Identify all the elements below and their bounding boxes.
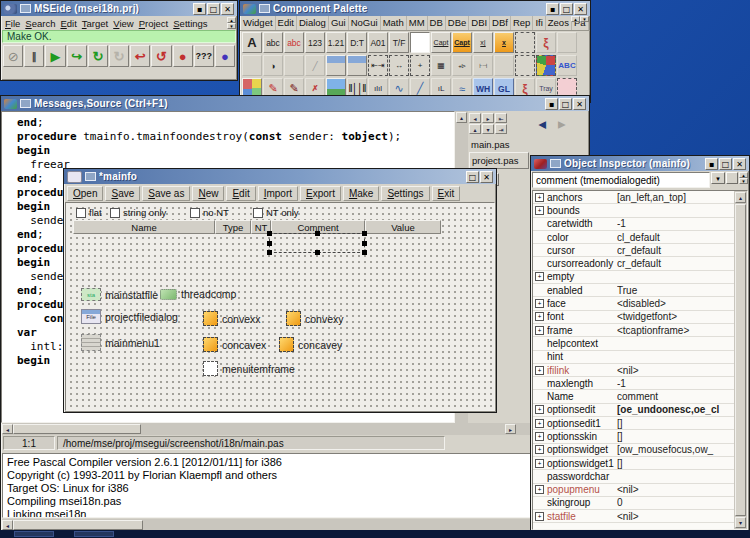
toolbar-button[interactable]: ● <box>215 45 235 67</box>
toolbar-button[interactable]: ⊘ <box>3 45 23 67</box>
palette-component[interactable]: + <box>410 55 430 76</box>
taskbar-button[interactable] <box>74 531 114 537</box>
palette-tab[interactable]: Edit <box>276 16 297 30</box>
property-row[interactable]: + passwordchar <box>533 470 734 483</box>
property-value[interactable]: <twidgetfont> <box>617 311 734 322</box>
palette-component[interactable] <box>557 32 577 53</box>
palette-component[interactable] <box>410 32 430 53</box>
scroll-down-icon[interactable]: ▾ <box>227 23 236 29</box>
designer-menu-item[interactable]: Settings <box>381 186 429 201</box>
menu-item[interactable]: View <box>111 18 135 29</box>
menu-item[interactable]: Project <box>137 18 171 29</box>
expand-icon[interactable]: + <box>535 419 544 428</box>
chevron-down-icon[interactable]: ▾ <box>711 172 725 184</box>
property-value[interactable]: <disabled> <box>617 298 734 309</box>
scroll-left-icon[interactable]: ◂ <box>2 520 13 530</box>
property-value[interactable]: <nil> <box>617 484 734 495</box>
maximize-button[interactable]: □ <box>207 3 220 15</box>
close-button[interactable]: ✕ <box>573 98 586 110</box>
palette-component[interactable]: ↔ <box>389 55 409 76</box>
form-component[interactable]: menuitemframe <box>203 361 295 376</box>
pin-icon[interactable] <box>85 172 96 181</box>
grid-column-header[interactable]: Value <box>365 220 441 234</box>
property-row[interactable]: + optionswidget [ow_mousefocus,ow_ <box>533 444 734 457</box>
close-button[interactable]: ✕ <box>733 158 746 170</box>
pin-icon[interactable] <box>20 4 31 13</box>
designer-menu-item[interactable]: Save as <box>142 186 190 201</box>
grid-column-header[interactable]: Type <box>215 220 251 234</box>
palette-component[interactable]: D:T <box>347 32 367 53</box>
tab-nav-button[interactable]: ⇤ <box>495 113 507 123</box>
palette-component[interactable]: ⊦⊣ <box>473 55 493 76</box>
checkbox-icon[interactable] <box>190 208 200 218</box>
scrollbar-thumb[interactable] <box>13 424 141 434</box>
property-row[interactable]: + helpcontext <box>533 337 734 350</box>
filter-checkbox[interactable]: NT only <box>253 207 299 218</box>
palette-component[interactable]: T/F <box>389 32 409 53</box>
component-selector-value[interactable]: comment (tmemodialogedit) <box>532 172 710 188</box>
menu-item[interactable]: Settings <box>171 18 209 29</box>
property-value[interactable]: cl_default <box>617 232 734 243</box>
palette-component[interactable]: x <box>494 32 514 53</box>
designer-menu-item[interactable]: Make <box>343 186 379 201</box>
file-tab[interactable]: project.pas <box>469 152 529 169</box>
scrollbar-thumb[interactable] <box>13 520 143 530</box>
pin-icon[interactable] <box>259 4 270 13</box>
navigate-forward-icon[interactable]: ▲ <box>553 116 573 134</box>
property-value[interactable]: 0 <box>617 497 734 508</box>
component-icon[interactable] <box>203 361 218 376</box>
expand-icon[interactable]: + <box>535 193 544 202</box>
titlebar-designer[interactable]: *mainfo □ ✕ <box>64 169 496 184</box>
property-row[interactable]: + optionsskin [] <box>533 430 734 443</box>
scrollbar-thumb[interactable] <box>735 204 746 516</box>
property-row[interactable]: + caretwidth -1 <box>533 218 734 231</box>
maximize-button[interactable]: □ <box>466 171 479 183</box>
palette-tab[interactable]: Widget <box>241 16 276 30</box>
component-icon[interactable]: sta <box>81 288 101 301</box>
toolbar-button[interactable]: ● <box>173 45 193 67</box>
palette-component[interactable]: ξ <box>536 32 556 53</box>
close-button[interactable]: ✕ <box>480 171 493 183</box>
selection-handle[interactable] <box>362 231 367 236</box>
palette-tab[interactable]: MM <box>407 16 428 30</box>
property-row[interactable]: + enabled True <box>533 284 734 297</box>
form-component[interactable]: threadcomp <box>160 288 236 300</box>
property-value[interactable]: [an_left,an_top] <box>617 192 734 203</box>
property-value[interactable]: [] <box>617 431 734 442</box>
property-value[interactable]: [ow_mousefocus,ow_ <box>617 444 734 455</box>
property-value[interactable]: <nil> <box>617 365 734 376</box>
toolbar-button[interactable]: ??? <box>194 45 214 67</box>
property-value[interactable]: <nil> <box>617 511 734 522</box>
toolbar-button[interactable]: ∥ <box>24 45 44 67</box>
palette-component[interactable] <box>284 55 304 76</box>
expand-icon[interactable]: + <box>535 485 544 494</box>
palette-component[interactable]: Capt <box>431 32 451 53</box>
scroll-up-icon[interactable]: ▴ <box>456 112 467 123</box>
component-icon[interactable] <box>81 334 101 351</box>
form-component[interactable]: sta mainstatfile <box>81 288 158 301</box>
palette-component[interactable] <box>326 55 346 76</box>
titlebar-source[interactable]: Messages,Source (Ctrl+F1) ▪ □ ✕ <box>1 96 589 111</box>
expand-icon[interactable]: + <box>535 206 544 215</box>
palette-component[interactable] <box>536 55 556 76</box>
checkbox-icon[interactable] <box>110 208 120 218</box>
palette-tab[interactable]: DBf <box>490 16 511 30</box>
property-value[interactable]: comment <box>617 391 734 402</box>
palette-component[interactable]: A01 <box>368 32 388 53</box>
toolbar-button[interactable]: ▶ <box>45 45 65 67</box>
tab-nav-button[interactable]: ⇥ <box>495 124 507 134</box>
designer-menu-item[interactable]: Edit <box>226 186 255 201</box>
selection-rectangle[interactable] <box>269 233 365 253</box>
expand-icon[interactable]: + <box>535 366 544 375</box>
minimize-button[interactable]: ▪ <box>546 3 559 15</box>
selection-handle[interactable] <box>315 231 320 236</box>
palette-component[interactable]: ABC <box>557 55 577 76</box>
expand-icon[interactable]: + <box>535 445 544 454</box>
scroll-right-icon[interactable]: ▸ <box>505 424 516 434</box>
scroll-left-icon[interactable]: ▴ <box>571 16 580 22</box>
property-row[interactable]: + empty <box>533 271 734 284</box>
editor-horizontal-scrollbar[interactable]: ◂ ▸ <box>2 423 588 435</box>
property-row[interactable]: + ifilink <nil> <box>533 364 734 377</box>
component-icon[interactable] <box>203 311 218 326</box>
property-row[interactable]: + skingroup 0 <box>533 497 734 510</box>
